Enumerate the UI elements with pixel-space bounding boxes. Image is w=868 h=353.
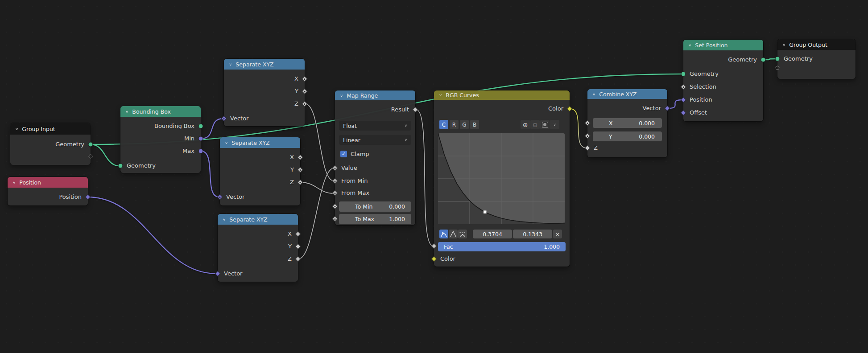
- curve-extras-chevron-icon[interactable]: ∨: [550, 120, 559, 129]
- input-label-z: Z: [594, 144, 598, 152]
- wire-separate3-z-to-value[interactable]: [298, 168, 334, 259]
- input-label-from-max: From Max: [341, 189, 369, 197]
- node-title: Position: [19, 179, 41, 186]
- collapse-chevron-icon[interactable]: ∨: [225, 141, 228, 144]
- node-header-rgb-curves[interactable]: ∨ RGB Curves: [434, 90, 570, 100]
- channel-r-button[interactable]: R: [450, 120, 459, 129]
- x-field[interactable]: X 0.000: [593, 118, 662, 128]
- socket-geometry-output[interactable]: [88, 142, 93, 147]
- socket-geometry-output[interactable]: [761, 57, 766, 62]
- socket-geometry-input[interactable]: [118, 164, 123, 168]
- y-value: 0.000: [639, 133, 655, 140]
- node-header-map-range[interactable]: ∨ Map Range: [335, 90, 415, 100]
- node-title: Separate XYZ: [236, 61, 273, 68]
- collapse-chevron-icon[interactable]: ∨: [125, 110, 128, 113]
- socket-min-output[interactable]: [198, 136, 203, 141]
- node-header-position[interactable]: ∨ Position: [8, 177, 88, 188]
- node-group-output[interactable]: ∨ Group Output Geometry: [777, 39, 856, 79]
- collapse-chevron-icon[interactable]: ∨: [688, 43, 691, 47]
- node-header-group-input[interactable]: ∨ Group Input: [10, 123, 91, 135]
- wire-max-to-separate2-vector[interactable]: [201, 151, 219, 197]
- clipping-options-button[interactable]: [540, 120, 550, 129]
- output-label-bounding-box: Bounding Box: [154, 122, 194, 131]
- to-min-value: 0.000: [389, 203, 405, 210]
- socket-virtual-input[interactable]: [776, 66, 780, 70]
- input-label-position: Position: [690, 95, 712, 104]
- node-group-input[interactable]: ∨ Group Input Geometry: [10, 123, 91, 165]
- wire-group-input-to-bounding-box[interactable]: [91, 144, 120, 166]
- collapse-chevron-icon[interactable]: ∨: [782, 43, 785, 46]
- handle-vector-button[interactable]: [449, 230, 458, 238]
- collapse-chevron-icon[interactable]: ∨: [15, 127, 18, 131]
- output-label-z: Z: [288, 254, 292, 263]
- handle-auto-button[interactable]: [439, 230, 448, 238]
- y-field[interactable]: Y 0.000: [593, 131, 662, 141]
- fac-slider[interactable]: Fac 1.000: [438, 242, 566, 251]
- collapse-chevron-icon[interactable]: ∨: [223, 218, 226, 221]
- point-x-value: 0.3704: [483, 231, 502, 238]
- socket-max-output[interactable]: [198, 149, 203, 154]
- clamp-checkbox-checked-icon[interactable]: ✓: [340, 151, 347, 157]
- wire-separate1-z-to-from-min[interactable]: [305, 104, 334, 181]
- node-editor-canvas[interactable]: { "icons": { "collapse_chevron": "∨", "d…: [0, 0, 868, 353]
- node-combine-xyz[interactable]: ∨ Combine XYZ Vector X 0.000 Y 0.000 Z: [587, 89, 667, 157]
- node-header-bounding-box[interactable]: ∨ Bounding Box: [120, 106, 201, 117]
- point-x-field[interactable]: 0.3704: [473, 230, 512, 238]
- point-y-field[interactable]: 0.1343: [513, 230, 552, 238]
- socket-virtual-output[interactable]: [89, 155, 93, 159]
- wire-combine-vector-to-position[interactable]: [668, 100, 682, 108]
- collapse-chevron-icon[interactable]: ∨: [12, 181, 16, 184]
- node-separate-xyz-2[interactable]: ∨ Separate XYZ X Y Z Vector: [220, 137, 300, 205]
- node-header-combine-xyz[interactable]: ∨ Combine XYZ: [587, 89, 667, 99]
- wire-result-to-fac[interactable]: [416, 110, 433, 246]
- to-min-field[interactable]: To Min 0.000: [339, 201, 411, 212]
- socket-bounding-box-output[interactable]: [198, 124, 203, 129]
- node-set-position[interactable]: ∨ Set Position Geometry Geometry Selecti…: [683, 40, 763, 121]
- node-rgb-curves[interactable]: ∨ RGB Curves Color C R G B ⊕ ⊖ ∨: [434, 90, 570, 267]
- output-label-x: X: [290, 153, 294, 162]
- handle-auto-clamped-button[interactable]: [458, 230, 467, 238]
- wire-position-to-separate3-vector[interactable]: [87, 197, 217, 274]
- handle-auto-clamped-icon: [459, 230, 466, 238]
- node-title: Separate XYZ: [231, 140, 269, 146]
- channel-g-button[interactable]: G: [460, 120, 469, 129]
- output-label-y: Y: [288, 242, 292, 251]
- input-label-value: Value: [341, 164, 357, 172]
- socket-geometry-input[interactable]: [681, 72, 686, 77]
- collapse-chevron-icon[interactable]: ∨: [439, 93, 442, 97]
- socket-geometry-input[interactable]: [775, 57, 780, 62]
- wire-separate2-z-to-from-max[interactable]: [301, 182, 334, 193]
- output-label-color: Color: [548, 104, 563, 113]
- node-map-range[interactable]: ∨ Map Range Result Float ∨ Linear ∨ ✓ Cl…: [335, 90, 415, 225]
- node-header-group-output[interactable]: ∨ Group Output: [777, 39, 856, 50]
- zoom-in-icon[interactable]: ⊕: [521, 120, 530, 129]
- data-type-dropdown[interactable]: Float ∨: [339, 121, 411, 131]
- node-title: Bounding Box: [132, 108, 171, 115]
- input-label-color: Color: [440, 254, 455, 263]
- node-header-separate-xyz[interactable]: ∨ Separate XYZ: [220, 137, 300, 148]
- node-header-separate-xyz[interactable]: ∨ Separate XYZ: [218, 214, 298, 225]
- node-position[interactable]: ∨ Position Position: [8, 177, 88, 205]
- interpolation-dropdown[interactable]: Linear ∨: [339, 135, 411, 145]
- delete-point-button[interactable]: ×: [553, 230, 562, 238]
- node-bounding-box[interactable]: ∨ Bounding Box Bounding Box Min Max Geom…: [120, 106, 201, 173]
- collapse-chevron-icon[interactable]: ∨: [340, 94, 343, 97]
- node-separate-xyz-1[interactable]: ∨ Separate XYZ X Y Z Vector: [224, 59, 305, 126]
- clamp-checkbox-row[interactable]: ✓ Clamp: [340, 150, 369, 158]
- node-separate-xyz-3[interactable]: ∨ Separate XYZ X Y Z Vector: [218, 214, 298, 282]
- node-header-separate-xyz[interactable]: ∨ Separate XYZ: [224, 59, 305, 70]
- to-max-field[interactable]: To Max 1.000: [339, 214, 411, 224]
- curve-selected-point[interactable]: [484, 210, 487, 213]
- wire-min-to-separate1-vector[interactable]: [201, 119, 223, 139]
- curve-editor[interactable]: [438, 133, 565, 224]
- handle-auto-icon: [440, 230, 447, 238]
- wire-color-to-combine-z[interactable]: [570, 109, 587, 148]
- input-label-from-min: From Min: [341, 176, 368, 185]
- output-label-x: X: [288, 230, 292, 238]
- channel-c-button[interactable]: C: [439, 120, 448, 129]
- channel-b-button[interactable]: B: [470, 120, 479, 129]
- zoom-out-icon[interactable]: ⊖: [530, 120, 540, 129]
- collapse-chevron-icon[interactable]: ∨: [229, 62, 232, 66]
- collapse-chevron-icon[interactable]: ∨: [592, 92, 595, 96]
- node-header-set-position[interactable]: ∨ Set Position: [683, 40, 763, 50]
